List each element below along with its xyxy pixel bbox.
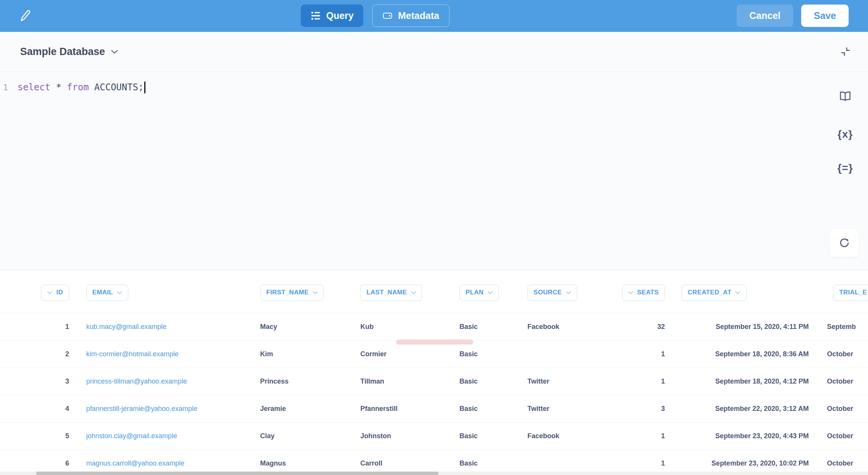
resize-drag-handle[interactable] — [396, 340, 473, 344]
cell-created_at: September 18, 2020, 4:12 PM — [675, 368, 819, 395]
cell-first_name: Jeramie — [252, 395, 353, 422]
cell-id: 3 — [0, 368, 76, 395]
tag-icon — [382, 11, 393, 21]
cell-email[interactable]: kub.macy@gmail.example — [76, 313, 252, 340]
cell-created_at: September 23, 2020, 10:02 PM — [675, 450, 819, 472]
database-selector[interactable]: Sample Database — [20, 46, 118, 58]
column-header-first_name[interactable]: FIRST_NAME — [260, 285, 324, 301]
cell-plan: Basic — [450, 395, 519, 422]
data-reference-book-icon[interactable] — [838, 90, 852, 102]
topbar-actions: Cancel Save — [737, 5, 849, 27]
cell-source — [519, 341, 601, 368]
horizontal-scrollbar[interactable] — [36, 472, 439, 475]
cell-seats: 3 — [601, 395, 675, 422]
cell-first_name: Kim — [252, 341, 353, 368]
sql-code: select * from ACCOUNTS; — [17, 82, 145, 93]
sql-token: * — [56, 82, 61, 92]
variables-icon[interactable]: {=} — [837, 162, 853, 174]
cell-last_name: Johnston — [353, 423, 450, 450]
tab-query[interactable]: Query — [301, 5, 363, 27]
column-header-source[interactable]: SOURCE — [527, 285, 577, 301]
cell-created_at: September 18, 2020, 8:36 AM — [675, 341, 819, 368]
cell-source: Facebook — [519, 423, 601, 450]
database-name: Sample Database — [20, 46, 105, 58]
cell-last_name: Tillman — [353, 368, 450, 395]
snippet-icon[interactable]: {x} — [838, 128, 853, 140]
cell-email[interactable]: magnus.carroll@yahoo.example — [76, 450, 252, 472]
results-table: IDEMAILFIRST_NAMELAST_NAMEPLANSOURCESEAT… — [0, 271, 868, 475]
cell-email[interactable]: johnston.clay@gmail.example — [76, 423, 252, 450]
results-rows: 1kub.macy@gmail.exampleMacyKubBasicFaceb… — [0, 313, 868, 472]
column-label: SEATS — [637, 289, 659, 296]
cell-trial: October — [819, 368, 868, 395]
column-label: CREATED_AT — [688, 289, 731, 296]
chevron-down-icon — [566, 291, 571, 294]
cell-trial: October — [819, 395, 868, 422]
database-bar: Sample Database — [0, 32, 868, 72]
column-header-id[interactable]: ID — [41, 285, 69, 301]
tab-metadata-label: Metadata — [398, 10, 439, 21]
cell-id: 4 — [0, 395, 76, 422]
chevron-down-icon — [47, 291, 52, 294]
list-icon — [311, 11, 321, 21]
view-tabs: Query Metadata — [301, 5, 450, 27]
cell-email[interactable]: pfannerstill-jeramie@yahoo.example — [76, 395, 252, 422]
cell-first_name: Magnus — [252, 450, 353, 472]
cell-id: 1 — [0, 313, 76, 340]
column-label: SOURCE — [533, 289, 562, 296]
cell-created_at: September 22, 2020, 3:12 AM — [675, 395, 819, 422]
chevron-down-icon — [628, 291, 633, 294]
cell-created_at: September 23, 2020, 4:43 PM — [675, 423, 819, 450]
sql-line: 1 select * from ACCOUNTS; — [0, 79, 868, 96]
sql-token — [62, 82, 67, 92]
table-row: 2kim-cormier@hotmail.exampleKimCormierBa… — [0, 341, 868, 368]
column-header-trial[interactable]: TRIAL_E — [833, 285, 868, 301]
header-cell-first_name: FIRST_NAME — [252, 272, 353, 313]
column-label: FIRST_NAME — [266, 289, 309, 296]
header-cell-id: ID — [0, 272, 76, 313]
cell-created_at: September 15, 2020, 4:11 PM — [675, 313, 819, 340]
sql-token: from — [67, 82, 89, 92]
collapse-editor-icon[interactable] — [838, 44, 853, 59]
cell-last_name: Cormier — [353, 341, 450, 368]
top-bar: Query Metadata Cancel Save — [0, 0, 868, 32]
table-row: 4pfannerstill-jeramie@yahoo.exampleJeram… — [0, 395, 868, 423]
line-number: 1 — [0, 83, 17, 92]
table-row: 1kub.macy@gmail.exampleMacyKubBasicFaceb… — [0, 313, 868, 341]
cell-source — [519, 450, 601, 472]
pencil-icon[interactable] — [19, 9, 31, 23]
header-cell-email: EMAIL — [76, 272, 252, 313]
column-header-last_name[interactable]: LAST_NAME — [360, 285, 422, 301]
column-header-created_at[interactable]: CREATED_AT — [682, 285, 746, 301]
cell-last_name: Carroll — [353, 450, 450, 472]
cancel-button[interactable]: Cancel — [737, 5, 793, 27]
tab-query-label: Query — [326, 10, 354, 21]
cell-first_name: Princess — [252, 368, 353, 395]
sql-token — [89, 82, 94, 92]
column-label: TRIAL_E — [839, 289, 867, 296]
cell-email[interactable]: princess-tillman@yahoo.example — [76, 368, 252, 395]
cell-seats: 32 — [601, 313, 675, 340]
sql-editor[interactable]: 1 select * from ACCOUNTS; {x} {=} — [0, 72, 868, 270]
column-label: LAST_NAME — [366, 289, 407, 296]
cell-id: 2 — [0, 341, 76, 368]
save-button[interactable]: Save — [801, 5, 849, 27]
header-cell-trial: TRIAL_E — [819, 272, 868, 313]
cell-email[interactable]: kim-cormier@hotmail.example — [76, 341, 252, 368]
horizontal-scrollbar-track — [0, 472, 868, 475]
cell-id: 6 — [0, 450, 76, 472]
cell-trial: Septemb — [819, 313, 868, 340]
column-header-plan[interactable]: PLAN — [459, 285, 499, 301]
refresh-button[interactable] — [829, 228, 859, 258]
column-header-email[interactable]: EMAIL — [86, 285, 128, 301]
chevron-down-icon — [312, 291, 318, 294]
column-header-seats[interactable]: SEATS — [622, 285, 665, 301]
table-row: 6magnus.carroll@yahoo.exampleMagnusCarro… — [0, 450, 868, 472]
cell-source: Facebook — [519, 313, 601, 340]
cell-trial: October — [819, 423, 868, 450]
header-cell-created_at: CREATED_AT — [675, 272, 819, 313]
cell-last_name: Kub — [353, 313, 450, 340]
tab-metadata[interactable]: Metadata — [372, 5, 449, 27]
cell-first_name: Clay — [252, 423, 353, 450]
cell-trial: October — [819, 341, 868, 368]
